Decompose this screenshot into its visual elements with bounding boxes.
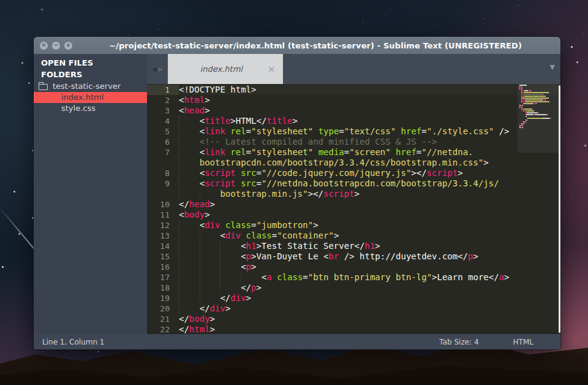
code-text: <div class="jumbotron"> bbox=[179, 220, 560, 231]
code-text: <body> bbox=[179, 210, 560, 220]
code-line[interactable]: 9 <script src="//netdna.bootstrapcdn.com… bbox=[147, 178, 560, 189]
code-text: <p> bbox=[179, 262, 560, 272]
tab-bar: ◀ ▶ index.html × ▼ bbox=[147, 54, 560, 84]
line-number[interactable]: 13 bbox=[147, 231, 179, 241]
status-bar: Line 1, Column 1 Tab Size: 4 HTML bbox=[34, 334, 560, 349]
tab-overflow-dropdown-icon[interactable]: ▼ bbox=[550, 63, 555, 71]
title-bar[interactable]: ✕ − + ~/project/test-static-server/index… bbox=[34, 37, 560, 54]
code-text: bootstrap.min.js"></script> bbox=[179, 189, 560, 199]
code-line[interactable]: 21</body> bbox=[147, 314, 560, 324]
code-text: <title>HTML</title> bbox=[179, 116, 560, 126]
code-text: <script src="//netdna.bootstrapcdn.com/b… bbox=[179, 178, 560, 189]
code-line[interactable]: 7 <link rel="stylesheet" media="screen" … bbox=[147, 147, 560, 158]
line-number[interactable]: 8 bbox=[147, 168, 179, 178]
code-text: </p> bbox=[179, 283, 560, 293]
bright-stars bbox=[0, 0, 1, 1]
line-number[interactable]: 21 bbox=[147, 314, 179, 324]
line-number[interactable]: 2 bbox=[147, 95, 179, 105]
code-text: <link rel="stylesheet" type="text/css" h… bbox=[179, 126, 560, 137]
code-line[interactable]: 10</head> bbox=[147, 199, 560, 210]
tab-close-icon[interactable]: × bbox=[268, 64, 276, 74]
code-line[interactable]: 11<body> bbox=[147, 210, 560, 220]
syntax-status[interactable]: HTML bbox=[513, 338, 533, 346]
code-line[interactable]: 19 </div> bbox=[147, 293, 560, 303]
line-number[interactable]: 5 bbox=[147, 126, 179, 137]
line-number[interactable]: 9 bbox=[147, 178, 179, 189]
code-line[interactable]: 6 <!-- Latest compiled and minified CSS … bbox=[147, 137, 560, 147]
code-line[interactable]: 3<head> bbox=[147, 105, 560, 116]
code-line[interactable]: 4 <title>HTML</title> bbox=[147, 116, 560, 126]
code-line[interactable]: 20 </div> bbox=[147, 303, 560, 314]
line-number[interactable]: 22 bbox=[147, 324, 179, 334]
code-line[interactable]: 8 <script src="//code.jquery.com/jquery.… bbox=[147, 168, 560, 178]
folders-section-header[interactable]: FOLDERS bbox=[34, 69, 147, 80]
open-files-section-header[interactable]: OPEN FILES bbox=[34, 57, 147, 69]
window-title: ~/project/test-static-server/index.html … bbox=[77, 41, 554, 50]
line-number[interactable]: 19 bbox=[147, 293, 179, 303]
sublime-text-window: ✕ − + ~/project/test-static-server/index… bbox=[34, 37, 560, 349]
code-line[interactable]: bootstrapcdn.com/bootstrap/3.3.4/css/boo… bbox=[147, 158, 560, 168]
line-number[interactable]: 16 bbox=[147, 262, 179, 272]
code-line[interactable]: 15 <p>Van-Duyet Le <br /> http://duyetde… bbox=[147, 251, 560, 262]
line-number[interactable]: 7 bbox=[147, 147, 179, 158]
line-number[interactable]: 3 bbox=[147, 105, 179, 116]
line-number[interactable]: 6 bbox=[147, 137, 179, 147]
close-window-icon[interactable]: ✕ bbox=[40, 42, 48, 50]
code-line[interactable]: bootstrap.min.js"></script> bbox=[147, 189, 560, 199]
code-text: </head> bbox=[179, 199, 560, 210]
code-line[interactable]: 5 <link rel="stylesheet" type="text/css"… bbox=[147, 126, 560, 137]
folder-icon bbox=[39, 84, 48, 90]
desktop: { "window": { "title": "~/project/test-s… bbox=[0, 0, 588, 385]
code-line[interactable]: 17 <a class="btn btn-primary btn-lg">Lea… bbox=[147, 272, 560, 283]
code-text: bootstrapcdn.com/bootstrap/3.3.4/css/boo… bbox=[179, 158, 560, 168]
line-number[interactable] bbox=[147, 189, 179, 199]
sidebar: OPEN FILES FOLDERS test-static-server in… bbox=[34, 54, 147, 334]
code-line[interactable]: 13 <div class="container"> bbox=[147, 231, 560, 241]
code-line[interactable]: 18 </p> bbox=[147, 283, 560, 293]
code-text: <script src="//code.jquery.com/jquery.js… bbox=[179, 168, 560, 178]
code-text: <h1>Test Static Server</h1> bbox=[179, 241, 560, 251]
line-number[interactable] bbox=[147, 158, 179, 168]
code-text: <!DOCTYPE html> bbox=[179, 85, 560, 95]
code-line[interactable]: 1<!DOCTYPE html> bbox=[147, 85, 560, 95]
code-text: </body> bbox=[179, 314, 560, 324]
line-number[interactable]: 11 bbox=[147, 210, 179, 220]
sidebar-item-index-html[interactable]: index.html bbox=[34, 92, 147, 103]
code-line[interactable]: 12 <div class="jumbotron"> bbox=[147, 220, 560, 231]
code-text: <p>Van-Duyet Le <br /> http://duyetdev.c… bbox=[179, 251, 560, 262]
vertical-scrollbar[interactable] bbox=[559, 85, 560, 333]
line-number[interactable]: 15 bbox=[147, 251, 179, 262]
tab-nav-left-icon[interactable]: ◀ bbox=[152, 66, 157, 72]
code-text: </div> bbox=[179, 293, 560, 303]
code-line[interactable]: 2<html> bbox=[147, 95, 560, 105]
code-text: </html> bbox=[179, 324, 560, 334]
code-line[interactable]: 14 <h1>Test Static Server</h1> bbox=[147, 241, 560, 251]
line-number[interactable]: 14 bbox=[147, 241, 179, 251]
tab-nav-right-icon[interactable]: ▶ bbox=[159, 66, 164, 72]
sidebar-item-style-css[interactable]: style.css bbox=[34, 103, 147, 114]
code-editor[interactable]: 1<!DOCTYPE html>2<html>3<head>4 <title>H… bbox=[147, 84, 560, 334]
code-text: <link rel="stylesheet" media="screen" hr… bbox=[179, 147, 560, 158]
line-number[interactable]: 18 bbox=[147, 283, 179, 293]
tab-index-html[interactable]: index.html × bbox=[168, 54, 283, 84]
line-number[interactable]: 12 bbox=[147, 220, 179, 231]
code-text: <html> bbox=[179, 95, 560, 105]
code-line[interactable]: 22</html> bbox=[147, 324, 560, 334]
cursor-position-status[interactable]: Line 1, Column 1 bbox=[42, 338, 439, 346]
tab-size-status[interactable]: Tab Size: 4 bbox=[439, 338, 478, 346]
code-area[interactable]: 1<!DOCTYPE html>2<html>3<head>4 <title>H… bbox=[147, 85, 560, 334]
sidebar-folder-test-static-server[interactable]: test-static-server bbox=[34, 80, 147, 92]
maximize-window-icon[interactable]: + bbox=[64, 42, 72, 50]
code-text: <head> bbox=[179, 105, 560, 116]
code-text: <!-- Latest compiled and minified CSS & … bbox=[179, 137, 560, 147]
line-number[interactable]: 20 bbox=[147, 303, 179, 314]
line-number[interactable]: 4 bbox=[147, 116, 179, 126]
code-text: <div class="container"> bbox=[179, 231, 560, 241]
line-number[interactable]: 10 bbox=[147, 199, 179, 210]
folder-name: test-static-server bbox=[53, 82, 121, 91]
line-number[interactable]: 17 bbox=[147, 272, 179, 283]
minimize-window-icon[interactable]: − bbox=[52, 42, 60, 50]
minimap[interactable] bbox=[519, 85, 557, 334]
line-number[interactable]: 1 bbox=[147, 85, 179, 95]
code-line[interactable]: 16 <p> bbox=[147, 262, 560, 272]
